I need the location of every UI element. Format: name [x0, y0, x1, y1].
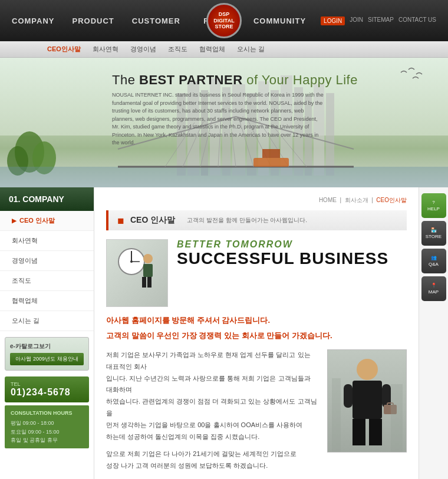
hero-description: NOUSAL INTERNET INC. started its busines… [112, 91, 324, 147]
subnav-vision[interactable]: 경영이념 [130, 45, 156, 54]
subnav-ceo[interactable]: CEO인사말 [47, 45, 81, 54]
sidebar-title: 01. COMPANY [9, 194, 64, 204]
ceo-clock-image [106, 239, 168, 307]
breadcrumb: HOME | 회사소개 | CEO인사말 [106, 196, 407, 204]
clock-person-svg [114, 244, 161, 303]
svg-rect-41 [353, 381, 382, 419]
header-nav-left: COMPANY PRODUCT CUSTOMER [12, 16, 180, 25]
breadcrumb-company[interactable]: 회사소개 [345, 197, 368, 203]
header-logo[interactable]: DSP DIGITAL STORE [206, 3, 242, 38]
map-icon: 📍 [431, 283, 437, 288]
sidebar-item-org[interactable]: 조직도 [0, 271, 94, 291]
svg-rect-45 [382, 384, 391, 408]
svg-rect-48 [332, 378, 341, 452]
login-button[interactable]: LOGIN [321, 16, 345, 25]
nav-community[interactable]: COMMUNITY [253, 16, 306, 25]
sidebar-item-label: 회사연혁 [12, 236, 38, 245]
qa-icon: 👥 [431, 255, 437, 260]
body-section: 저희 기업은 보사무기 가족업과 노하우로 현재 업계 선두를 달리고 있는 대… [106, 349, 407, 479]
breadcrumb-current: CEO인사말 [376, 197, 407, 203]
title-icon: ◼ [117, 216, 124, 225]
sidebar-item-history[interactable]: 회사연혁 [0, 231, 94, 251]
svg-rect-38 [142, 277, 146, 288]
help-button[interactable]: ? HELP [421, 193, 446, 218]
sidebar-item-ceo[interactable]: ▶ CEO 인사말 [0, 211, 94, 231]
qa-button[interactable]: 👥 Q&A [421, 249, 446, 273]
ecatalog-title: e-카탈로그보기 [10, 342, 84, 351]
svg-point-36 [143, 254, 153, 263]
svg-rect-43 [369, 419, 382, 445]
svg-point-40 [357, 359, 378, 380]
ceo-heading-area: BETTER TOMORROW SUCCESSFUL BUSINESS [177, 239, 407, 307]
sitemap-link[interactable]: SITEMAP [368, 16, 394, 25]
svg-rect-49 [391, 384, 403, 452]
ceo-photo-right [327, 349, 407, 452]
breadcrumb-home[interactable]: HOME [319, 197, 337, 203]
sidebar-item-vision[interactable]: 경영이념 [0, 251, 94, 271]
content-area: HOME | 회사소개 | CEO인사말 ◼ CEO 인사말 고객의 발전을 함… [94, 187, 419, 479]
map-button[interactable]: 📍 MAP [421, 276, 446, 301]
sub-nav: CEO인사말 회사연혁 경영이념 조직도 협력업체 오시는 길 [0, 41, 448, 58]
qa-label: Q&A [429, 262, 439, 267]
sidebar-item-label: CEO 인사말 [19, 216, 55, 225]
highlight-line2: 고객의 말씀이 우선인 가장 경쟁력 있는 회사로 만들어 가겠습니다. [106, 328, 407, 343]
sidebar-item-label: 경영이념 [12, 256, 38, 265]
header: COMPANY PRODUCT CUSTOMER DSP DIGITAL STO… [0, 0, 448, 41]
logo-text: DSP DIGITAL STORE [208, 11, 240, 30]
sidebar-item-label: 협력업체 [12, 296, 38, 305]
help-icon: ? [432, 200, 434, 205]
help-label: HELP [427, 206, 440, 212]
sidebar-item-label: 오시는 길 [12, 316, 39, 325]
sidebar-header: 01. COMPANY [0, 187, 94, 211]
nav-customer[interactable]: CUSTOMER [132, 16, 180, 25]
ecatalog-button[interactable]: 아사웹 2009년도 채용안내 [10, 353, 84, 365]
svg-rect-37 [143, 264, 153, 277]
sidebar-item-directions[interactable]: 오시는 길 [0, 311, 94, 331]
consult-title: CONSULTATION HOURS [11, 409, 83, 417]
store-icon: 🏪 [431, 227, 437, 233]
sidebar-item-partner[interactable]: 협력업체 [0, 291, 94, 311]
tel-label: TEL [11, 381, 83, 387]
contact-link[interactable]: CONTACT US [398, 16, 436, 25]
sidebar: 01. COMPANY ▶ CEO 인사말 회사연혁 경영이념 조직도 협력업체… [0, 187, 94, 479]
better-tomorrow-text: BETTER TOMORROW [177, 239, 407, 250]
highlight-texts: 아사웹 홈페이지를 방문해 주셔서 감사드립니다. 고객의 말씀이 우선인 가장… [106, 313, 407, 343]
svg-rect-17 [0, 167, 448, 187]
tel-number: 01)234-5678 [11, 387, 83, 398]
store-label: STORE [426, 234, 442, 239]
header-utility: LOGIN JOIN SITEMAP CONTACT US [321, 16, 436, 25]
ecatalog-box: e-카탈로그보기 아사웹 2009년도 채용안내 [5, 337, 89, 371]
hero-section: The BEST PARTNER of Your Happy Life NOUS… [0, 58, 448, 187]
svg-rect-30 [253, 158, 289, 167]
active-arrow-icon: ▶ [12, 217, 17, 224]
map-label: MAP [429, 289, 439, 295]
page-title-bar: ◼ CEO 인사말 고객의 발전을 함께 만들어가는 아사웹입니다. [106, 210, 407, 230]
nav-company[interactable]: COMPANY [12, 16, 54, 25]
sidebar-item-label: 조직도 [12, 276, 31, 285]
page-subtitle: 고객의 발전을 함께 만들어가는 아사웹입니다. [187, 216, 307, 224]
svg-rect-31 [262, 149, 280, 158]
svg-rect-44 [344, 384, 353, 408]
highlight-line1: 아사웹 홈페이지를 방문해 주셔서 감사드립니다. [106, 313, 407, 328]
consult-hours: 평일 09:00 - 18:00 토요일 09:00 - 15:00 휴일 및 … [11, 419, 83, 444]
hero-text: The BEST PARTNER of Your Happy Life NOUS… [112, 72, 358, 147]
page-title: CEO 인사말 [130, 215, 175, 226]
store-button[interactable]: 🏪 STORE [421, 221, 446, 246]
sidebar-menu: ▶ CEO 인사말 회사연혁 경영이념 조직도 협력업체 오시는 길 [0, 211, 94, 331]
successful-business-text: SUCCESSFUL BUSINESS [177, 250, 407, 268]
hero-title: The BEST PARTNER of Your Happy Life [112, 72, 358, 88]
nav-product[interactable]: PRODUCT [72, 16, 114, 25]
subnav-directions[interactable]: 오시는 길 [237, 45, 265, 54]
consultation-box: CONSULTATION HOURS 평일 09:00 - 18:00 토요일 … [5, 405, 89, 448]
subnav-org[interactable]: 조직도 [168, 45, 187, 54]
subnav-partner[interactable]: 협력업체 [199, 45, 225, 54]
logo-circle: DSP DIGITAL STORE [206, 3, 242, 38]
right-sidebar: ? HELP 🏪 STORE 👥 Q&A 📍 MAP [419, 187, 448, 479]
svg-rect-42 [353, 419, 365, 445]
ceo-person-svg [332, 355, 403, 452]
subnav-history[interactable]: 회사연혁 [93, 45, 118, 54]
svg-rect-39 [147, 277, 151, 288]
main-area: 01. COMPANY ▶ CEO 인사말 회사연혁 경영이념 조직도 협력업체… [0, 187, 448, 479]
join-link[interactable]: JOIN [350, 16, 363, 25]
ceo-top-section: BETTER TOMORROW SUCCESSFUL BUSINESS [106, 239, 407, 307]
